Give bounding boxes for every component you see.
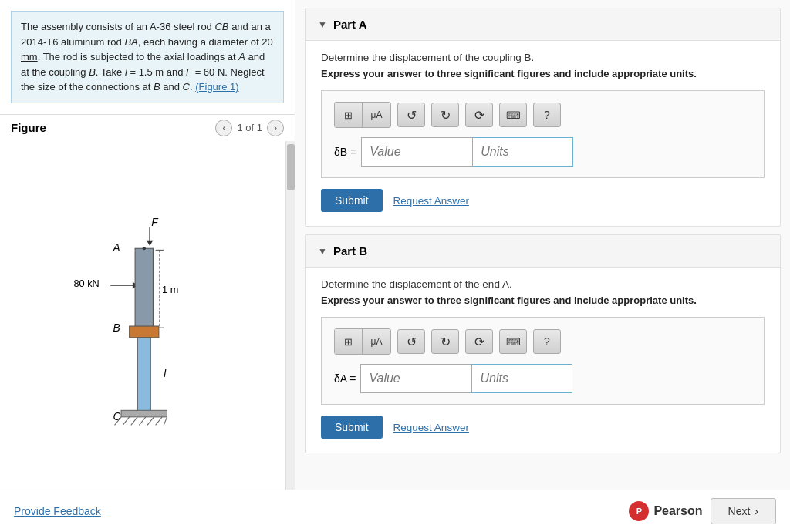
- part-a-format-group: ⊞ μΑ: [334, 102, 391, 128]
- figure-header: Figure ‹ 1 of 1 ›: [0, 114, 295, 141]
- part-b-toolbar: ⊞ μΑ ↺ ↻ ⟳ ⌨ ?: [334, 328, 751, 355]
- part-a-refresh-btn[interactable]: ⟳: [465, 103, 493, 127]
- bottom-left: Provide Feedback: [14, 505, 101, 517]
- svg-text:C: C: [113, 411, 121, 423]
- part-a-input-row: δB =: [334, 137, 751, 167]
- part-a-instruction: Express your answer to three significant…: [321, 68, 765, 79]
- figure-link[interactable]: (Figure 1): [195, 81, 238, 93]
- part-b-collapse-arrow[interactable]: ▼: [318, 246, 327, 257]
- svg-rect-14: [137, 337, 150, 411]
- part-a-undo-btn[interactable]: ↺: [397, 103, 425, 127]
- part-b-refresh-btn[interactable]: ⟳: [465, 329, 493, 354]
- part-b-action-row: Submit Request Answer: [321, 416, 765, 439]
- part-a-eq-label: δB =: [334, 146, 356, 158]
- figure-area: F A 80 kN 1 m B: [0, 141, 295, 490]
- svg-text:1 m: 1 m: [162, 283, 178, 295]
- part-a-header: ▼ Part A: [306, 8, 780, 41]
- main-layout: The assembly consists of an A-36 steel r…: [0, 0, 790, 490]
- part-b-input-row: δA =: [334, 364, 751, 393]
- svg-line-23: [156, 416, 162, 425]
- svg-line-24: [164, 416, 167, 425]
- part-a-collapse-arrow[interactable]: ▼: [318, 19, 327, 30]
- part-a-redo-btn[interactable]: ↻: [431, 103, 459, 127]
- bottom-right: P Pearson Next ›: [629, 498, 776, 524]
- left-panel: The assembly consists of an A-36 steel r…: [0, 0, 295, 490]
- svg-text:80 kN: 80 kN: [74, 278, 100, 289]
- svg-rect-13: [130, 326, 159, 338]
- svg-text:B: B: [113, 322, 120, 334]
- problem-text: The assembly consists of an A-36 steel r…: [11, 11, 284, 103]
- svg-rect-12: [135, 248, 153, 328]
- part-a-value-input[interactable]: [361, 137, 473, 167]
- part-b-submit-button[interactable]: Submit: [321, 416, 383, 439]
- part-b-keyboard-btn[interactable]: ⌨: [499, 329, 527, 354]
- part-b-instruction: Express your answer to three significant…: [321, 295, 765, 306]
- svg-line-19: [123, 416, 129, 425]
- part-b-answer-box: ⊞ μΑ ↺ ↻ ⟳ ⌨ ? δA =: [321, 317, 765, 405]
- part-a-section: ▼ Part A Determine the displacement of t…: [305, 8, 781, 227]
- part-b-mu-btn[interactable]: μΑ: [363, 329, 390, 354]
- svg-rect-17: [121, 410, 167, 416]
- part-b-help-btn[interactable]: ?: [533, 329, 561, 354]
- scrollbar-thumb[interactable]: [287, 144, 295, 190]
- part-a-title: Part A: [333, 18, 367, 31]
- part-a-units-input[interactable]: [473, 137, 573, 167]
- part-b-units-input[interactable]: [472, 364, 572, 393]
- part-b-format-group: ⊞ μΑ: [334, 328, 391, 355]
- svg-text:F: F: [151, 216, 159, 227]
- part-b-eq-label: δA =: [334, 372, 356, 385]
- part-b-question: Determine the displacement of the end A.: [321, 278, 765, 290]
- page-indicator: 1 of 1: [237, 122, 262, 133]
- bottom-bar: Provide Feedback P Pearson Next ›: [0, 490, 790, 532]
- part-a-grid-btn[interactable]: ⊞: [335, 103, 363, 127]
- part-a-mu-btn[interactable]: μΑ: [363, 103, 390, 127]
- figure-nav: ‹ 1 of 1 ›: [215, 120, 284, 136]
- part-a-action-row: Submit Request Answer: [321, 189, 765, 212]
- figure-scrollbar[interactable]: [285, 141, 295, 490]
- next-label: Next: [728, 505, 751, 517]
- next-figure-button[interactable]: ›: [267, 120, 284, 136]
- part-a-body: Determine the displacement of the coupli…: [306, 41, 780, 226]
- next-button[interactable]: Next ›: [711, 498, 776, 524]
- part-b-body: Determine the displacement of the end A.…: [306, 268, 780, 453]
- part-b-section: ▼ Part B Determine the displacement of t…: [305, 234, 781, 453]
- prev-figure-button[interactable]: ‹: [215, 120, 232, 136]
- figure-title: Figure: [11, 121, 46, 134]
- svg-point-25: [143, 247, 146, 250]
- pearson-label: Pearson: [653, 504, 702, 518]
- svg-line-22: [147, 416, 154, 425]
- pearson-logo: P Pearson: [629, 501, 702, 521]
- part-a-answer-box: ⊞ μΑ ↺ ↻ ⟳ ⌨ ? δB =: [321, 90, 765, 178]
- part-b-undo-btn[interactable]: ↺: [397, 329, 425, 354]
- part-b-redo-btn[interactable]: ↻: [431, 329, 459, 354]
- part-b-title: Part B: [333, 244, 367, 258]
- part-a-submit-button[interactable]: Submit: [321, 189, 383, 212]
- next-arrow-icon: ›: [755, 505, 758, 517]
- part-a-toolbar: ⊞ μΑ ↺ ↻ ⟳ ⌨ ?: [334, 102, 751, 128]
- part-b-request-answer-button[interactable]: Request Answer: [393, 422, 469, 433]
- svg-text:l: l: [164, 367, 167, 379]
- part-a-question: Determine the displacement of the coupli…: [321, 52, 765, 63]
- svg-line-21: [139, 416, 145, 425]
- provide-feedback-button[interactable]: Provide Feedback: [14, 505, 101, 517]
- svg-marker-2: [147, 240, 153, 245]
- part-a-request-answer-button[interactable]: Request Answer: [393, 195, 469, 207]
- figure-svg: F A 80 kN 1 m B: [0, 141, 295, 490]
- part-a-help-btn[interactable]: ?: [533, 103, 561, 127]
- part-a-keyboard-btn[interactable]: ⌨: [499, 103, 527, 127]
- part-b-grid-btn[interactable]: ⊞: [335, 329, 363, 354]
- part-b-header: ▼ Part B: [306, 235, 780, 268]
- part-b-value-input[interactable]: [360, 364, 472, 393]
- right-panel: ▼ Part A Determine the displacement of t…: [295, 0, 790, 490]
- svg-text:A: A: [112, 242, 120, 254]
- svg-line-20: [131, 416, 137, 425]
- pearson-circle-icon: P: [629, 501, 649, 521]
